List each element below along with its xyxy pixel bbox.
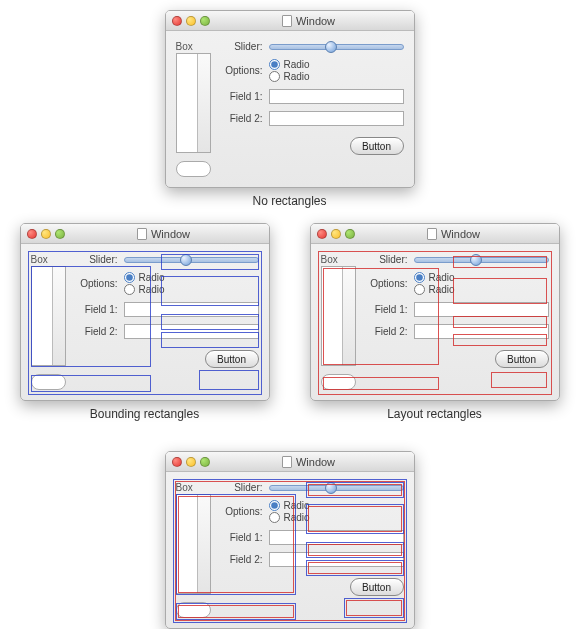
box-label: Box [321, 254, 356, 265]
field1-row: Field 1: [76, 302, 259, 317]
field2-input[interactable] [414, 324, 549, 339]
slider-thumb[interactable] [325, 41, 337, 53]
radio-2-input[interactable] [269, 512, 280, 523]
window-title: Window [65, 228, 263, 240]
zoom-icon[interactable] [55, 229, 65, 239]
radio-1[interactable]: Radio [269, 59, 310, 70]
window-no-rects: Window Box 🔍 Slider: Op [165, 10, 415, 188]
field1-row: Field 1: [366, 302, 549, 317]
document-icon [282, 15, 292, 27]
field2-input[interactable] [124, 324, 259, 339]
field1-input[interactable] [269, 89, 404, 104]
field2-row: Field 2: [366, 324, 549, 339]
radio-1-input[interactable] [269, 59, 280, 70]
field1-input[interactable] [269, 530, 404, 545]
field2-label: Field 2: [221, 113, 263, 124]
slider-thumb[interactable] [470, 254, 482, 266]
main-button[interactable]: Button [205, 350, 259, 368]
titlebar: Window [311, 224, 559, 244]
window-title: Window [210, 456, 408, 468]
radio-1[interactable]: Radio [269, 500, 310, 511]
main-button-label: Button [507, 354, 536, 365]
search-input[interactable] [176, 602, 211, 618]
close-icon[interactable] [172, 457, 182, 467]
slider-label: Slider: [366, 254, 408, 265]
options-row: Options: Radio Radio [366, 272, 549, 295]
traffic-lights [172, 457, 210, 467]
main-button[interactable]: Button [350, 137, 404, 155]
field2-row: Field 2: [76, 324, 259, 339]
zoom-icon[interactable] [345, 229, 355, 239]
radio-1[interactable]: Radio [414, 272, 455, 283]
slider[interactable] [269, 485, 404, 491]
radio-1-label: Radio [139, 272, 165, 283]
radio-1[interactable]: Radio [124, 272, 165, 283]
caption-none: No rectangles [252, 194, 326, 208]
window-layout: Window Box 🔍 Slider: [310, 223, 560, 401]
slider-thumb[interactable] [325, 482, 337, 494]
field1-label: Field 1: [366, 304, 408, 315]
search-input[interactable] [31, 374, 66, 390]
radio-2-label: Radio [139, 284, 165, 295]
window-title-text: Window [151, 228, 190, 240]
minimize-icon[interactable] [331, 229, 341, 239]
field1-input[interactable] [414, 302, 549, 317]
slider[interactable] [124, 257, 259, 263]
window-content: Box 🔍 Slider: Options: Radio Radio [166, 472, 414, 628]
field2-label: Field 2: [366, 326, 408, 337]
main-button[interactable]: Button [350, 578, 404, 596]
slider-thumb[interactable] [180, 254, 192, 266]
traffic-lights [172, 16, 210, 26]
slider[interactable] [269, 44, 404, 50]
minimize-icon[interactable] [41, 229, 51, 239]
box-view[interactable] [176, 53, 211, 153]
radio-2[interactable]: Radio [269, 71, 310, 82]
field1-input[interactable] [124, 302, 259, 317]
close-icon[interactable] [27, 229, 37, 239]
radio-1-label: Radio [284, 500, 310, 511]
search-input[interactable] [176, 161, 211, 177]
field1-label: Field 1: [76, 304, 118, 315]
radio-2[interactable]: Radio [414, 284, 455, 295]
traffic-lights [317, 229, 355, 239]
radio-1-input[interactable] [414, 272, 425, 283]
options-row: Options: Radio Radio [221, 500, 404, 523]
radio-1-input[interactable] [269, 500, 280, 511]
radio-2-label: Radio [284, 71, 310, 82]
main-button-label: Button [362, 141, 391, 152]
radio-2-input[interactable] [414, 284, 425, 295]
box-view[interactable] [31, 266, 66, 366]
slider-row: Slider: [76, 254, 259, 265]
field1-row: Field 1: [221, 530, 404, 545]
field2-input[interactable] [269, 111, 404, 126]
minimize-icon[interactable] [186, 16, 196, 26]
radio-2[interactable]: Radio [269, 512, 310, 523]
box-label: Box [176, 482, 211, 493]
box-view[interactable] [176, 494, 211, 594]
minimize-icon[interactable] [186, 457, 196, 467]
search-input[interactable] [321, 374, 356, 390]
titlebar: Window [166, 452, 414, 472]
zoom-icon[interactable] [200, 457, 210, 467]
slider-label: Slider: [221, 41, 263, 52]
radio-1-input[interactable] [124, 272, 135, 283]
close-icon[interactable] [317, 229, 327, 239]
zoom-icon[interactable] [200, 16, 210, 26]
box-label: Box [31, 254, 66, 265]
box-view[interactable] [321, 266, 356, 366]
field2-input[interactable] [269, 552, 404, 567]
main-button[interactable]: Button [495, 350, 549, 368]
radio-1-label: Radio [429, 272, 455, 283]
window-title-text: Window [296, 456, 335, 468]
radio-group: Radio Radio [124, 272, 165, 295]
radio-2[interactable]: Radio [124, 284, 165, 295]
radio-2-input[interactable] [124, 284, 135, 295]
radio-2-input[interactable] [269, 71, 280, 82]
slider[interactable] [414, 257, 549, 263]
radio-group: Radio Radio [269, 500, 310, 523]
close-icon[interactable] [172, 16, 182, 26]
field2-row: Field 2: [221, 552, 404, 567]
main-button-label: Button [362, 582, 391, 593]
options-label: Options: [76, 278, 118, 289]
window-bounding: Window Box 🔍 Slider: [20, 223, 270, 401]
